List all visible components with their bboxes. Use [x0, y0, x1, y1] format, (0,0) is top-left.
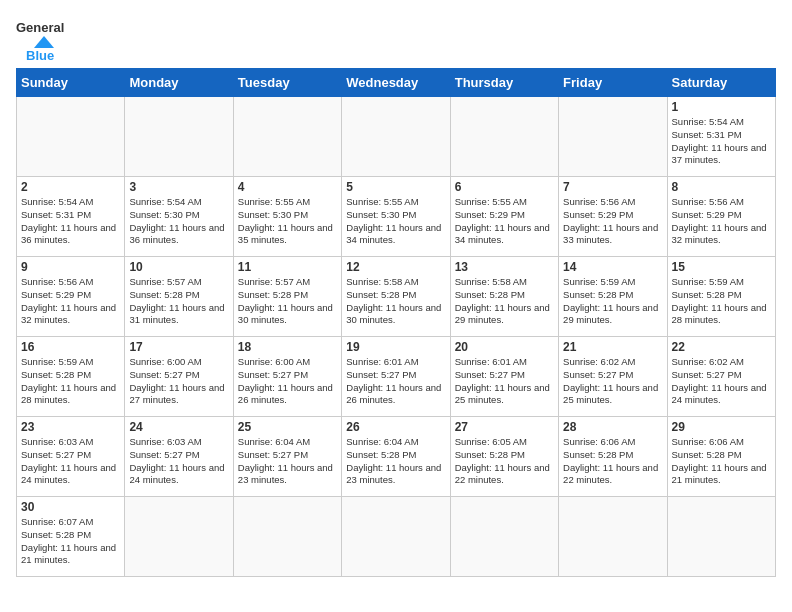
calendar-week-row: 1Sunrise: 5:54 AM Sunset: 5:31 PM Daylig… — [17, 97, 776, 177]
day-number: 17 — [129, 340, 228, 354]
day-number: 23 — [21, 420, 120, 434]
day-number: 25 — [238, 420, 337, 434]
day-number: 22 — [672, 340, 771, 354]
weekday-header-sunday: Sunday — [17, 69, 125, 97]
day-info: Sunrise: 5:57 AM Sunset: 5:28 PM Dayligh… — [238, 276, 337, 327]
calendar-cell: 23Sunrise: 6:03 AM Sunset: 5:27 PM Dayli… — [17, 417, 125, 497]
day-number: 4 — [238, 180, 337, 194]
calendar-cell — [559, 97, 667, 177]
calendar-table: SundayMondayTuesdayWednesdayThursdayFrid… — [16, 68, 776, 577]
calendar-cell: 5Sunrise: 5:55 AM Sunset: 5:30 PM Daylig… — [342, 177, 450, 257]
calendar-cell — [667, 497, 775, 577]
day-info: Sunrise: 6:07 AM Sunset: 5:28 PM Dayligh… — [21, 516, 120, 567]
calendar-cell: 18Sunrise: 6:00 AM Sunset: 5:27 PM Dayli… — [233, 337, 341, 417]
day-number: 8 — [672, 180, 771, 194]
calendar-cell — [233, 497, 341, 577]
page-header: General Blue — [16, 16, 776, 60]
day-number: 10 — [129, 260, 228, 274]
calendar-cell: 3Sunrise: 5:54 AM Sunset: 5:30 PM Daylig… — [125, 177, 233, 257]
day-info: Sunrise: 5:59 AM Sunset: 5:28 PM Dayligh… — [563, 276, 662, 327]
day-info: Sunrise: 6:03 AM Sunset: 5:27 PM Dayligh… — [21, 436, 120, 487]
day-info: Sunrise: 5:55 AM Sunset: 5:30 PM Dayligh… — [346, 196, 445, 247]
day-number: 15 — [672, 260, 771, 274]
day-number: 26 — [346, 420, 445, 434]
calendar-cell — [17, 97, 125, 177]
calendar-cell — [125, 497, 233, 577]
day-info: Sunrise: 6:03 AM Sunset: 5:27 PM Dayligh… — [129, 436, 228, 487]
day-info: Sunrise: 5:58 AM Sunset: 5:28 PM Dayligh… — [346, 276, 445, 327]
day-info: Sunrise: 6:00 AM Sunset: 5:27 PM Dayligh… — [238, 356, 337, 407]
calendar-cell: 10Sunrise: 5:57 AM Sunset: 5:28 PM Dayli… — [125, 257, 233, 337]
calendar-cell: 12Sunrise: 5:58 AM Sunset: 5:28 PM Dayli… — [342, 257, 450, 337]
calendar-cell: 24Sunrise: 6:03 AM Sunset: 5:27 PM Dayli… — [125, 417, 233, 497]
day-info: Sunrise: 6:01 AM Sunset: 5:27 PM Dayligh… — [455, 356, 554, 407]
weekday-header-monday: Monday — [125, 69, 233, 97]
day-info: Sunrise: 6:01 AM Sunset: 5:27 PM Dayligh… — [346, 356, 445, 407]
day-info: Sunrise: 6:00 AM Sunset: 5:27 PM Dayligh… — [129, 356, 228, 407]
calendar-cell: 11Sunrise: 5:57 AM Sunset: 5:28 PM Dayli… — [233, 257, 341, 337]
weekday-header-thursday: Thursday — [450, 69, 558, 97]
day-number: 24 — [129, 420, 228, 434]
svg-text:Blue: Blue — [26, 48, 54, 60]
weekday-header-tuesday: Tuesday — [233, 69, 341, 97]
day-number: 5 — [346, 180, 445, 194]
day-info: Sunrise: 5:56 AM Sunset: 5:29 PM Dayligh… — [672, 196, 771, 247]
calendar-cell: 14Sunrise: 5:59 AM Sunset: 5:28 PM Dayli… — [559, 257, 667, 337]
calendar-cell: 4Sunrise: 5:55 AM Sunset: 5:30 PM Daylig… — [233, 177, 341, 257]
day-number: 16 — [21, 340, 120, 354]
day-number: 6 — [455, 180, 554, 194]
day-info: Sunrise: 5:59 AM Sunset: 5:28 PM Dayligh… — [21, 356, 120, 407]
logo-svg: General Blue — [16, 16, 76, 60]
day-number: 21 — [563, 340, 662, 354]
calendar-cell: 13Sunrise: 5:58 AM Sunset: 5:28 PM Dayli… — [450, 257, 558, 337]
weekday-header-friday: Friday — [559, 69, 667, 97]
calendar-cell: 27Sunrise: 6:05 AM Sunset: 5:28 PM Dayli… — [450, 417, 558, 497]
calendar-cell: 1Sunrise: 5:54 AM Sunset: 5:31 PM Daylig… — [667, 97, 775, 177]
weekday-header-saturday: Saturday — [667, 69, 775, 97]
calendar-cell: 28Sunrise: 6:06 AM Sunset: 5:28 PM Dayli… — [559, 417, 667, 497]
day-number: 1 — [672, 100, 771, 114]
day-info: Sunrise: 5:56 AM Sunset: 5:29 PM Dayligh… — [21, 276, 120, 327]
calendar-week-row: 23Sunrise: 6:03 AM Sunset: 5:27 PM Dayli… — [17, 417, 776, 497]
svg-text:General: General — [16, 20, 64, 35]
day-number: 3 — [129, 180, 228, 194]
calendar-cell: 2Sunrise: 5:54 AM Sunset: 5:31 PM Daylig… — [17, 177, 125, 257]
day-number: 11 — [238, 260, 337, 274]
day-number: 28 — [563, 420, 662, 434]
calendar-cell — [342, 97, 450, 177]
day-number: 19 — [346, 340, 445, 354]
calendar-cell: 9Sunrise: 5:56 AM Sunset: 5:29 PM Daylig… — [17, 257, 125, 337]
calendar-cell: 30Sunrise: 6:07 AM Sunset: 5:28 PM Dayli… — [17, 497, 125, 577]
day-info: Sunrise: 6:05 AM Sunset: 5:28 PM Dayligh… — [455, 436, 554, 487]
calendar-cell: 16Sunrise: 5:59 AM Sunset: 5:28 PM Dayli… — [17, 337, 125, 417]
day-number: 13 — [455, 260, 554, 274]
day-info: Sunrise: 5:57 AM Sunset: 5:28 PM Dayligh… — [129, 276, 228, 327]
day-info: Sunrise: 5:54 AM Sunset: 5:31 PM Dayligh… — [672, 116, 771, 167]
calendar-cell — [125, 97, 233, 177]
calendar-week-row: 30Sunrise: 6:07 AM Sunset: 5:28 PM Dayli… — [17, 497, 776, 577]
day-info: Sunrise: 6:02 AM Sunset: 5:27 PM Dayligh… — [563, 356, 662, 407]
calendar-cell: 20Sunrise: 6:01 AM Sunset: 5:27 PM Dayli… — [450, 337, 558, 417]
day-info: Sunrise: 5:54 AM Sunset: 5:31 PM Dayligh… — [21, 196, 120, 247]
day-info: Sunrise: 5:56 AM Sunset: 5:29 PM Dayligh… — [563, 196, 662, 247]
day-number: 30 — [21, 500, 120, 514]
calendar-cell: 8Sunrise: 5:56 AM Sunset: 5:29 PM Daylig… — [667, 177, 775, 257]
day-info: Sunrise: 6:02 AM Sunset: 5:27 PM Dayligh… — [672, 356, 771, 407]
calendar-week-row: 2Sunrise: 5:54 AM Sunset: 5:31 PM Daylig… — [17, 177, 776, 257]
calendar-week-row: 9Sunrise: 5:56 AM Sunset: 5:29 PM Daylig… — [17, 257, 776, 337]
calendar-cell: 15Sunrise: 5:59 AM Sunset: 5:28 PM Dayli… — [667, 257, 775, 337]
day-number: 7 — [563, 180, 662, 194]
day-number: 27 — [455, 420, 554, 434]
calendar-cell: 17Sunrise: 6:00 AM Sunset: 5:27 PM Dayli… — [125, 337, 233, 417]
weekday-header-row: SundayMondayTuesdayWednesdayThursdayFrid… — [17, 69, 776, 97]
day-number: 12 — [346, 260, 445, 274]
logo: General Blue — [16, 16, 76, 60]
day-number: 18 — [238, 340, 337, 354]
calendar-cell: 7Sunrise: 5:56 AM Sunset: 5:29 PM Daylig… — [559, 177, 667, 257]
day-info: Sunrise: 5:55 AM Sunset: 5:29 PM Dayligh… — [455, 196, 554, 247]
day-info: Sunrise: 5:58 AM Sunset: 5:28 PM Dayligh… — [455, 276, 554, 327]
day-info: Sunrise: 5:55 AM Sunset: 5:30 PM Dayligh… — [238, 196, 337, 247]
calendar-cell: 19Sunrise: 6:01 AM Sunset: 5:27 PM Dayli… — [342, 337, 450, 417]
calendar-cell — [342, 497, 450, 577]
day-info: Sunrise: 5:54 AM Sunset: 5:30 PM Dayligh… — [129, 196, 228, 247]
